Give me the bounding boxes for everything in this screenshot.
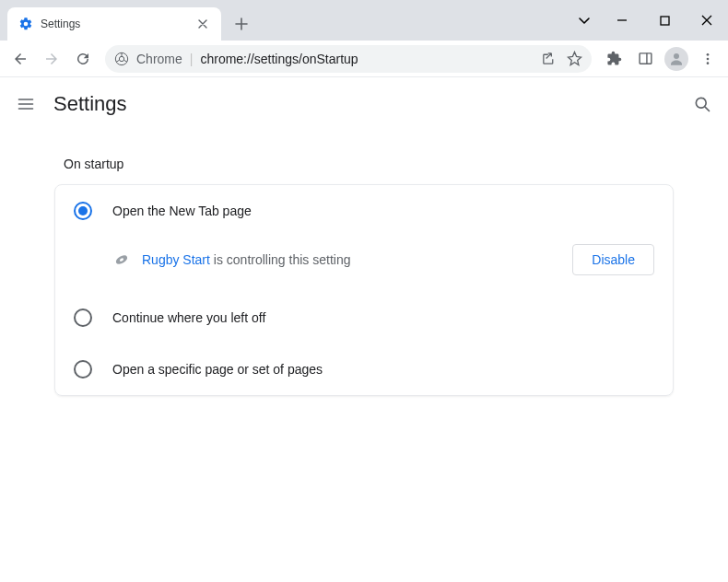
profile-avatar[interactable]: [662, 44, 691, 74]
settings-header: Settings: [0, 77, 728, 131]
omnibox-url: chrome://settings/onStartup: [200, 52, 358, 66]
svg-point-4: [674, 53, 679, 59]
option-label: Open a specific page or set of pages: [112, 362, 323, 377]
close-icon[interactable]: [195, 17, 210, 31]
svg-rect-3: [640, 53, 652, 64]
hamburger-menu-button[interactable]: [15, 93, 37, 115]
bookmark-star-icon[interactable]: [566, 51, 582, 67]
option-label: Continue where you left off: [112, 310, 265, 325]
reload-button[interactable]: [68, 44, 98, 74]
omnibox-prefix: Chrome: [136, 52, 182, 66]
browser-toolbar: Chrome | chrome://settings/onStartup: [0, 41, 728, 77]
extension-link[interactable]: Rugby Start: [142, 252, 210, 267]
option-specific-pages[interactable]: Open a specific page or set of pages: [55, 343, 673, 395]
option-new-tab-page[interactable]: Open the New Tab page: [55, 185, 673, 237]
page-title: Settings: [53, 92, 127, 116]
window-controls: [568, 0, 728, 41]
radio-unselected-icon: [74, 360, 92, 378]
control-suffix: is controlling this setting: [210, 252, 351, 267]
window-titlebar: Settings: [0, 0, 728, 41]
address-bar[interactable]: Chrome | chrome://settings/onStartup: [105, 45, 592, 73]
person-icon: [664, 47, 688, 71]
chrome-logo-icon: [114, 52, 129, 66]
svg-point-5: [707, 53, 710, 56]
option-label: Open the New Tab page: [112, 204, 252, 218]
page-content: Settings On startup Open the New Tab pag…: [0, 77, 728, 582]
share-icon[interactable]: [540, 51, 557, 67]
maximize-button[interactable]: [643, 6, 686, 35]
close-window-button[interactable]: [686, 6, 728, 35]
svg-point-7: [707, 62, 710, 64]
search-button[interactable]: [691, 93, 713, 115]
minimize-button[interactable]: [601, 6, 643, 35]
new-tab-button[interactable]: [229, 11, 254, 37]
extension-icon: [112, 250, 131, 269]
svg-point-6: [707, 57, 710, 60]
back-button[interactable]: [6, 44, 35, 74]
startup-options-card: Open the New Tab page Rugby Start is con…: [54, 184, 674, 396]
svg-point-8: [696, 98, 706, 108]
side-panel-button[interactable]: [630, 44, 660, 74]
tab-title: Settings: [41, 17, 188, 30]
extension-control-notice: Rugby Start is controlling this setting …: [55, 237, 673, 292]
disable-button[interactable]: Disable: [572, 244, 654, 275]
control-text: Rugby Start is controlling this setting: [142, 252, 561, 267]
svg-rect-0: [661, 17, 669, 25]
radio-selected-icon: [74, 202, 92, 220]
svg-point-2: [119, 56, 123, 61]
section-title: On startup: [64, 157, 674, 171]
forward-button: [37, 44, 66, 74]
omnibox-divider: |: [190, 52, 194, 66]
chevron-down-icon[interactable]: [568, 6, 601, 35]
extensions-button[interactable]: [599, 44, 628, 74]
radio-unselected-icon: [74, 308, 92, 327]
gear-icon: [18, 17, 33, 31]
option-continue[interactable]: Continue where you left off: [55, 292, 673, 343]
browser-tab[interactable]: Settings: [7, 7, 221, 41]
kebab-menu-button[interactable]: [693, 44, 722, 74]
